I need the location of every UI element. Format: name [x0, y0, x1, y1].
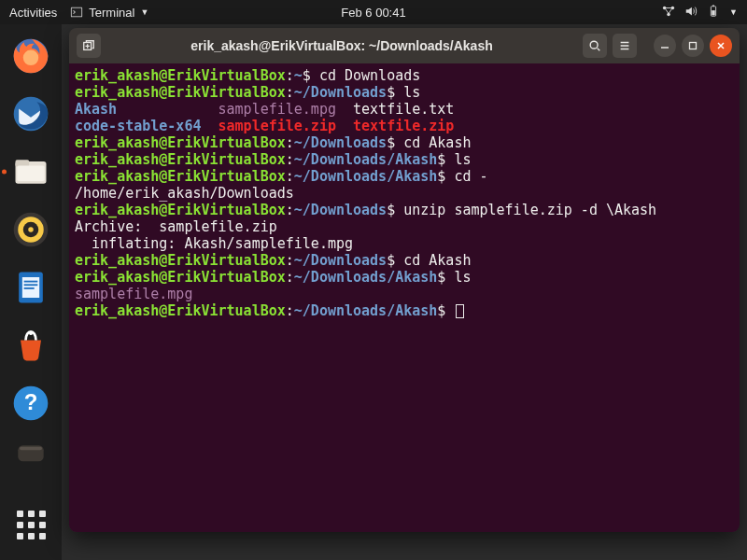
show-applications-button[interactable]: [8, 502, 53, 547]
dock-software[interactable]: [8, 323, 53, 368]
battery-icon[interactable]: [707, 5, 720, 21]
svg-rect-1: [72, 8, 82, 17]
svg-point-9: [23, 50, 39, 65]
minimize-button[interactable]: [654, 35, 676, 57]
dock-firefox[interactable]: [8, 34, 53, 78]
chevron-down-icon: ▼: [140, 7, 148, 17]
dock-thunderbird[interactable]: [8, 91, 53, 136]
dock-files[interactable]: [8, 149, 53, 194]
svg-rect-12: [16, 160, 30, 166]
top-bar: Activities Terminal ▼ Feb 6 00:41 ▼: [0, 0, 747, 24]
network-icon[interactable]: [662, 5, 675, 21]
dock-help[interactable]: ?: [8, 381, 53, 426]
svg-rect-27: [20, 447, 42, 450]
svg-rect-30: [690, 43, 697, 49]
cursor: [456, 304, 464, 318]
window-titlebar: erik_akash@ErikVirtualBox: ~/Downloads/A…: [69, 28, 740, 63]
clock[interactable]: Feb 6 00:41: [341, 6, 405, 20]
svg-rect-20: [24, 281, 38, 283]
app-menu-label: Terminal: [89, 6, 134, 20]
menu-button[interactable]: [613, 34, 637, 58]
svg-rect-6: [712, 5, 714, 6]
svg-rect-21: [24, 284, 38, 286]
new-tab-button[interactable]: [77, 34, 101, 58]
chevron-down-icon[interactable]: ▼: [729, 7, 738, 17]
app-menu[interactable]: Terminal ▼: [70, 6, 148, 20]
window-title: erik_akash@ErikVirtualBox: ~/Downloads/A…: [108, 38, 575, 53]
svg-point-23: [29, 331, 33, 335]
svg-point-29: [590, 41, 598, 49]
dock-writer[interactable]: [8, 265, 53, 310]
activities-button[interactable]: Activities: [9, 6, 57, 20]
svg-point-17: [28, 227, 34, 232]
search-button[interactable]: [583, 34, 607, 58]
dock: ?: [0, 24, 62, 560]
svg-rect-7: [712, 10, 715, 15]
close-button[interactable]: [710, 35, 732, 57]
terminal-icon: [70, 6, 83, 19]
svg-text:?: ?: [24, 389, 38, 414]
dock-rhythmbox[interactable]: [8, 207, 53, 252]
dock-trash[interactable]: [8, 439, 53, 465]
svg-rect-22: [24, 287, 35, 289]
maximize-button[interactable]: [682, 35, 704, 57]
terminal-window: erik_akash@ErikVirtualBox: ~/Downloads/A…: [69, 28, 740, 532]
terminal-output[interactable]: erik_akash@ErikVirtualBox:~$ cd Download…: [69, 63, 740, 532]
volume-icon[interactable]: [684, 5, 698, 21]
svg-rect-13: [17, 166, 44, 182]
